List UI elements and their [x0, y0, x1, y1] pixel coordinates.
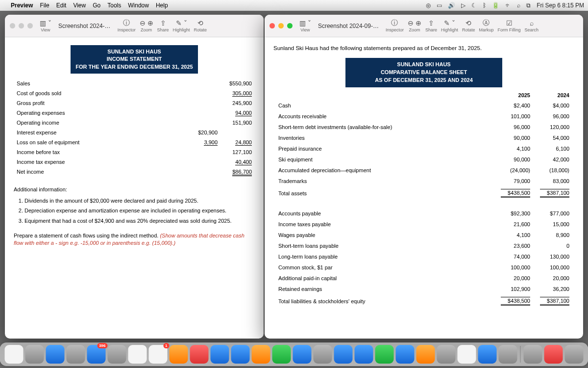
document-left: SUNLAND SKI HAUS INCOME STATEMENT FOR TH…	[5, 37, 264, 339]
moon-icon[interactable]: ☾	[471, 2, 477, 9]
menu-tools[interactable]: Tools	[107, 2, 121, 9]
toolbar-share[interactable]: ⇪Share	[425, 19, 437, 32]
dock-facetime[interactable]	[272, 345, 291, 364]
window-title-left: Screenshot 2024-…	[58, 23, 111, 29]
dock-outlook[interactable]	[416, 345, 435, 364]
dock-trash[interactable]	[565, 345, 584, 364]
balance-sheet-table: 20252024 Cash$2,400$4,000 Accounts recei…	[273, 90, 574, 308]
dock-photos[interactable]	[108, 345, 126, 364]
menu-help[interactable]: Help	[156, 2, 168, 9]
toolbar-formfilling[interactable]: ☑Form Filling	[498, 19, 521, 32]
battery-icon[interactable]: 🔋	[492, 2, 499, 9]
dock-app2[interactable]	[458, 345, 476, 364]
toolbar-rotate[interactable]: ⟲Rotate	[194, 19, 207, 32]
dock-messages[interactable]	[128, 345, 147, 364]
menu-edit[interactable]: Edit	[56, 2, 67, 9]
dock: 396 1	[0, 342, 588, 366]
dock-safari[interactable]	[46, 345, 65, 364]
dock-preview[interactable]	[252, 345, 270, 364]
toolbar-share[interactable]: ⇪Share	[157, 19, 169, 32]
close-button[interactable]	[10, 23, 15, 28]
toolbar-highlight[interactable]: ✎ ˅Highlight	[441, 19, 458, 32]
dock-calendar[interactable]: 1	[149, 345, 168, 364]
additional-information: Additional information: Dividends in the…	[14, 186, 255, 224]
dock-finder[interactable]	[5, 345, 24, 364]
menu-go[interactable]: Go	[93, 2, 100, 9]
dock-keynote[interactable]	[231, 345, 250, 364]
minimize-button[interactable]	[19, 23, 24, 28]
titlebar-right: ▥ ˅View Screenshot 2024-09-… ⓘInspector …	[265, 15, 583, 37]
income-statement-table: Sales$550,900 Cost of goods sold305,000 …	[14, 79, 255, 177]
preview-window-left: ▥ ˅View Screenshot 2024-… ⓘInspector ⊖ ⊕…	[5, 15, 264, 339]
dock-music[interactable]	[190, 345, 209, 364]
document-right: Sunland Ski Haus had the following state…	[265, 37, 583, 339]
toolbar-markup[interactable]: ⒶMarkup	[479, 19, 493, 32]
play-icon[interactable]: ▷	[461, 2, 466, 9]
toolbar-zoom[interactable]: ⊖ ⊕Zoom	[140, 19, 153, 32]
toolbar-rotate[interactable]: ⟲Rotate	[462, 19, 475, 32]
dock-zoom[interactable]	[334, 345, 353, 364]
dock-word[interactable]	[355, 345, 373, 364]
toolbar-highlight[interactable]: ✎ ˅Highlight	[173, 19, 190, 32]
control-center-icon[interactable]: ⧉	[526, 2, 531, 9]
dock-app4[interactable]	[544, 345, 563, 364]
dock-launchpad[interactable]	[25, 345, 44, 364]
display-icon[interactable]: ▭	[437, 2, 442, 9]
menu-view[interactable]: View	[73, 2, 86, 9]
dock-vscode[interactable]	[396, 345, 415, 364]
menu-bar: Preview File Edit View Go Tools Window H…	[0, 0, 588, 11]
wifi-icon[interactable]: ᯤ	[505, 2, 511, 9]
dock-calculator[interactable]	[437, 345, 456, 364]
dock-appstore[interactable]	[211, 345, 229, 364]
dock-notes[interactable]	[170, 345, 188, 364]
dock-chrome[interactable]	[67, 345, 85, 364]
app-name[interactable]: Preview	[11, 2, 33, 9]
toolbar-inspector[interactable]: ⓘInspector	[118, 19, 136, 32]
window-title-right: Screenshot 2024-09-…	[318, 23, 379, 29]
clock[interactable]: Fri Sep 6 8:15 PM	[537, 2, 584, 9]
balance-sheet-caption: Sunland Ski Haus had the following state…	[273, 45, 574, 51]
close-button[interactable]	[270, 23, 275, 28]
dock-clock[interactable]	[499, 345, 517, 364]
dock-app3[interactable]	[478, 345, 497, 364]
preview-window-right: ▥ ˅View Screenshot 2024-09-… ⓘInspector …	[265, 15, 583, 339]
toolbar-view[interactable]: ▥ ˅View	[299, 19, 311, 32]
toolbar-zoom[interactable]: ⊖ ⊕Zoom	[408, 19, 421, 32]
dock-app[interactable]	[293, 345, 312, 364]
balance-sheet-header: SUNLAND SKI HAUS COMPARATIVE BALANCE SHE…	[345, 58, 502, 87]
titlebar-left: ▥ ˅View Screenshot 2024-… ⓘInspector ⊖ ⊕…	[5, 15, 264, 37]
zoom-button[interactable]	[27, 23, 33, 28]
dock-folder[interactable]	[524, 345, 542, 364]
bluetooth-icon[interactable]: ᛒ	[483, 2, 486, 9]
menu-window[interactable]: Window	[128, 2, 149, 9]
dock-excel[interactable]	[375, 345, 394, 364]
status-icon[interactable]: ◎	[426, 2, 431, 9]
dock-settings[interactable]	[314, 345, 332, 364]
toolbar-view[interactable]: ▥ ˅View	[40, 19, 51, 32]
search-icon[interactable]: ⌕	[517, 2, 520, 9]
minimize-button[interactable]	[278, 23, 284, 28]
toolbar-inspector[interactable]: ⓘInspector	[386, 19, 404, 32]
toolbar-search[interactable]: ⌕Search	[525, 19, 539, 32]
menu-file[interactable]: File	[40, 2, 49, 9]
income-statement-header: SUNLAND SKI HAUS INCOME STATEMENT FOR TH…	[71, 45, 198, 74]
volume-icon[interactable]: 🔊	[448, 2, 455, 9]
dock-mail[interactable]: 396	[87, 345, 106, 364]
instruction-text: Prepare a statement of cash flows using …	[14, 232, 255, 247]
zoom-button[interactable]	[287, 23, 293, 28]
